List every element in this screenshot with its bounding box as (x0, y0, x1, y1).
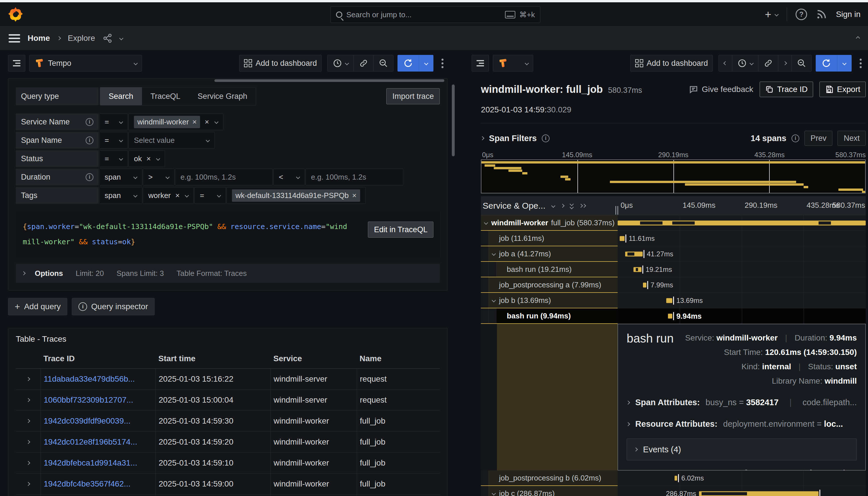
minimap-canvas[interactable] (481, 159, 866, 193)
left-pane-scrollbar[interactable] (451, 50, 455, 496)
span-duration-bar[interactable] (666, 298, 672, 303)
span-duration-bar[interactable] (618, 220, 866, 225)
span-row[interactable]: job_postprocessing a (7.99ms)7.99ms (481, 277, 866, 293)
prev-button[interactable]: Prev (805, 131, 833, 146)
collapse-panel-icon[interactable] (856, 36, 860, 40)
time-picker-button-right[interactable] (732, 55, 759, 71)
trace-id-link[interactable]: 1060bbf732309b12707... (44, 396, 133, 405)
next-button[interactable]: Next (838, 131, 866, 146)
datasource-picker[interactable]: Tempo (29, 55, 142, 72)
grafana-logo[interactable] (7, 6, 24, 22)
trace-id-link[interactable]: 11dabada33e479db56b... (44, 374, 135, 384)
service-name-value-select[interactable]: windmill-worker (128, 113, 223, 130)
duration-gt-select[interactable]: > (143, 169, 174, 185)
more-options-icon[interactable] (856, 59, 866, 68)
span-duration-bar[interactable] (643, 282, 647, 288)
table-row[interactable]: 1942dc039dfdf9e0039...2025-01-03 14:59:3… (16, 410, 440, 432)
tags-scope-select[interactable]: span (99, 187, 142, 204)
span-filters-expand-icon[interactable] (480, 136, 484, 140)
export-button[interactable]: Export (819, 82, 866, 97)
query-outline-button-right[interactable] (472, 55, 489, 72)
add-query-button[interactable]: + Add query (8, 298, 67, 315)
col-name[interactable]: Name (357, 354, 440, 363)
edit-in-traceql-button[interactable]: Edit in TraceQL (368, 221, 433, 238)
row-expand-icon[interactable] (26, 482, 30, 486)
span-attributes-row[interactable]: Span Attributes: busy_ns = 3582417 | cod… (626, 398, 857, 407)
trace-id-link[interactable]: 1942dbfebca1d9914a31... (44, 458, 137, 467)
copy-link-button[interactable] (354, 55, 374, 71)
datasource-picker-right[interactable] (493, 55, 533, 72)
zoom-out-button-right[interactable] (792, 55, 811, 71)
span-row[interactable]: bash run (19.21ms)19.21ms (481, 262, 866, 277)
span-row[interactable]: job c (286.87ms)286.87ms (481, 486, 866, 496)
collapse-icon[interactable] (492, 252, 496, 256)
add-to-dashboard-button-right[interactable]: Add to dashboard (630, 55, 713, 72)
span-row[interactable]: job (11.61ms)11.61ms (481, 231, 866, 246)
collapse-all-icon[interactable] (579, 204, 586, 207)
run-query-interval-button[interactable] (419, 55, 433, 72)
new-menu-button[interactable]: + (765, 9, 778, 20)
remove-icon[interactable] (352, 191, 356, 200)
table-row[interactable]: 1942dc012e8f196b5174...2025-01-03 14:59:… (16, 432, 440, 453)
row-expand-icon[interactable] (26, 440, 30, 444)
tab-service-graph[interactable]: Service Graph (189, 87, 256, 105)
service-name-operator-select[interactable]: = (99, 113, 128, 130)
tab-search[interactable]: Search (100, 87, 142, 105)
time-shift-forward-button[interactable] (778, 55, 792, 71)
add-to-dashboard-button[interactable]: Add to dashboard (239, 55, 322, 72)
options-row[interactable]: Options Limit: 20 Spans Limit: 3 Table F… (16, 264, 440, 283)
more-options-icon[interactable] (437, 59, 448, 68)
give-feedback-button[interactable]: Give feedback (689, 84, 753, 94)
tab-traceql[interactable]: TraceQL (142, 87, 189, 105)
col-service[interactable]: Service (270, 354, 357, 363)
tags-value-select[interactable]: wk-default-133114d6a91e-PSPQb (227, 187, 365, 204)
expand-all-icon[interactable] (570, 203, 573, 208)
collapse-icon[interactable] (484, 221, 488, 225)
menu-toggle-icon[interactable] (9, 34, 20, 43)
chevron-right-icon[interactable] (560, 203, 564, 207)
sign-in-button[interactable]: Sign in (836, 10, 861, 19)
remove-icon[interactable] (146, 154, 151, 163)
span-duration-bar[interactable] (699, 491, 819, 496)
span-row[interactable]: job_postprocessing b (6.02ms)6.02ms (481, 470, 866, 486)
span-row[interactable]: job a (41.27ms)41.27ms (481, 246, 866, 262)
table-row[interactable]: 1942dbf9d9fa6108d0d1...2025-01-03 14:58:… (16, 495, 440, 496)
span-row[interactable]: bash run (9.94ms)9.94ms (481, 308, 866, 324)
row-expand-icon[interactable] (26, 461, 30, 465)
breadcrumb-home[interactable]: Home (28, 34, 50, 43)
table-row[interactable]: 1942dbfc4be3567f462...2025-01-03 14:59:0… (16, 474, 440, 495)
query-inspector-button[interactable]: Query inspector (72, 298, 155, 315)
trace-id-button[interactable]: Trace ID (760, 82, 813, 97)
span-name-operator-select[interactable]: = (99, 132, 128, 149)
table-row[interactable]: 1060bbf732309b12707...2025-01-03 15:00:0… (16, 390, 440, 410)
service-operation-column-header[interactable]: Service & Ope... (483, 201, 545, 211)
trace-id-link[interactable]: 1942dc039dfdf9e0039... (44, 416, 130, 425)
news-rss-icon[interactable] (816, 9, 827, 20)
trace-id-link[interactable]: 1942dbfc4be3567f462... (44, 479, 130, 489)
run-query-button-right[interactable] (816, 55, 837, 72)
copy-link-button-right[interactable] (759, 55, 778, 71)
link-icon[interactable] (740, 468, 749, 470)
duration-min-input[interactable]: e.g. 100ms, 1.2s (175, 169, 273, 185)
row-expand-icon[interactable] (26, 398, 30, 402)
table-row[interactable]: 11dabada33e479db56b...2025-01-03 15:16:2… (16, 369, 440, 390)
span-row[interactable]: job b (13.69ms)13.69ms (481, 293, 866, 308)
zoom-out-button[interactable] (374, 55, 393, 71)
remove-icon[interactable] (175, 191, 180, 200)
span-name-value-select[interactable]: Select value (128, 132, 215, 149)
trace-id-link[interactable]: 1942dc012e8f196b5174... (44, 437, 137, 447)
breadcrumb-explore[interactable]: Explore (68, 34, 95, 43)
help-icon[interactable] (795, 9, 807, 20)
span-row[interactable]: windmill-workerfull_job (580.37ms) (481, 215, 866, 231)
duration-max-input[interactable]: e.g. 100ms, 1.2s (306, 169, 403, 185)
import-trace-button[interactable]: Import trace (386, 88, 440, 104)
col-trace-id[interactable]: Trace ID (41, 354, 155, 363)
status-operator-select[interactable]: = (99, 150, 128, 167)
row-expand-icon[interactable] (26, 419, 30, 423)
tags-key-select[interactable]: worker (143, 187, 194, 204)
run-query-interval-button-right[interactable] (837, 55, 852, 72)
chevron-down-icon[interactable] (551, 203, 555, 207)
clear-icon[interactable] (205, 118, 209, 126)
span-duration-bar[interactable] (668, 313, 672, 319)
breadcrumb-chevron-icon[interactable] (119, 36, 123, 40)
